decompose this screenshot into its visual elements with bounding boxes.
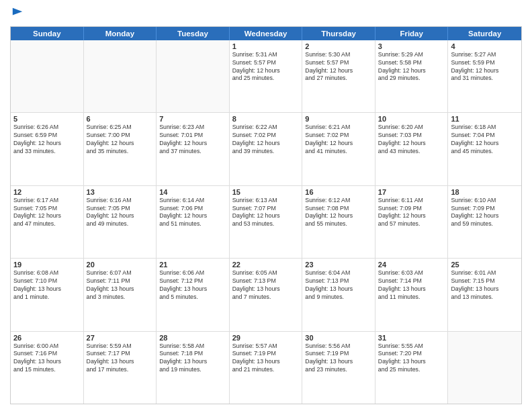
calendar-cell-day-4: 4Sunrise: 5:27 AMSunset: 5:59 PMDaylight… bbox=[448, 40, 521, 112]
cell-sun-info: Sunrise: 5:29 AMSunset: 5:58 PMDaylight:… bbox=[378, 51, 445, 83]
day-number: 22 bbox=[232, 261, 300, 269]
cell-sun-info: Sunrise: 5:55 AMSunset: 7:20 PMDaylight:… bbox=[378, 342, 445, 375]
cell-sun-info: Sunrise: 5:59 AMSunset: 7:17 PMDaylight:… bbox=[87, 342, 154, 375]
calendar-cell-day-31: 31Sunrise: 5:55 AMSunset: 7:20 PMDayligh… bbox=[375, 332, 449, 404]
cell-sun-info: Sunrise: 6:26 AMSunset: 6:59 PMDaylight:… bbox=[13, 124, 81, 156]
cell-sun-info: Sunrise: 5:57 AMSunset: 7:19 PMDaylight:… bbox=[232, 342, 300, 375]
calendar-cell-day-3: 3Sunrise: 5:29 AMSunset: 5:58 PMDaylight… bbox=[375, 40, 449, 112]
cell-sun-info: Sunrise: 6:20 AMSunset: 7:03 PMDaylight:… bbox=[378, 124, 445, 156]
cell-sun-info: Sunrise: 6:22 AMSunset: 7:02 PMDaylight:… bbox=[232, 124, 300, 156]
calendar-cell-day-13: 13Sunrise: 6:16 AMSunset: 7:05 PMDayligh… bbox=[84, 186, 157, 258]
calendar-cell-empty bbox=[157, 40, 230, 112]
cell-sun-info: Sunrise: 6:21 AMSunset: 7:02 PMDaylight:… bbox=[305, 124, 372, 156]
calendar-row-5: 26Sunrise: 6:00 AMSunset: 7:16 PMDayligh… bbox=[11, 332, 521, 404]
calendar-cell-day-19: 19Sunrise: 6:08 AMSunset: 7:10 PMDayligh… bbox=[11, 259, 84, 330]
cell-sun-info: Sunrise: 5:27 AMSunset: 5:59 PMDaylight:… bbox=[451, 51, 519, 83]
cell-sun-info: Sunrise: 6:12 AMSunset: 7:08 PMDaylight:… bbox=[305, 197, 372, 229]
day-number: 5 bbox=[13, 115, 81, 123]
cell-sun-info: Sunrise: 6:01 AMSunset: 7:15 PMDaylight:… bbox=[451, 269, 519, 302]
day-number: 10 bbox=[378, 115, 445, 123]
calendar: SundayMondayTuesdayWednesdayThursdayFrid… bbox=[10, 26, 522, 404]
calendar-row-1: 1Sunrise: 5:31 AMSunset: 5:57 PMDaylight… bbox=[11, 40, 521, 113]
calendar-cell-day-5: 5Sunrise: 6:26 AMSunset: 6:59 PMDaylight… bbox=[11, 113, 84, 185]
header-cell-monday: Monday bbox=[84, 27, 157, 40]
cell-sun-info: Sunrise: 6:16 AMSunset: 7:05 PMDaylight:… bbox=[87, 197, 154, 229]
header-cell-sunday: Sunday bbox=[11, 27, 84, 40]
day-number: 1 bbox=[232, 42, 300, 50]
cell-sun-info: Sunrise: 6:03 AMSunset: 7:14 PMDaylight:… bbox=[378, 269, 445, 302]
day-number: 21 bbox=[159, 261, 226, 269]
cell-sun-info: Sunrise: 6:13 AMSunset: 7:07 PMDaylight:… bbox=[232, 197, 300, 229]
svg-marker-0 bbox=[13, 8, 22, 15]
cell-sun-info: Sunrise: 6:17 AMSunset: 7:05 PMDaylight:… bbox=[13, 197, 81, 229]
day-number: 12 bbox=[13, 188, 81, 196]
day-number: 31 bbox=[378, 334, 445, 342]
page: SundayMondayTuesdayWednesdayThursdayFrid… bbox=[0, 0, 532, 411]
calendar-cell-day-20: 20Sunrise: 6:07 AMSunset: 7:11 PMDayligh… bbox=[84, 259, 157, 330]
cell-sun-info: Sunrise: 6:00 AMSunset: 7:16 PMDaylight:… bbox=[13, 342, 81, 375]
day-number: 29 bbox=[232, 334, 300, 342]
day-number: 11 bbox=[451, 115, 519, 123]
calendar-cell-empty bbox=[84, 40, 157, 112]
day-number: 13 bbox=[87, 188, 154, 196]
header-cell-wednesday: Wednesday bbox=[230, 27, 303, 40]
day-number: 3 bbox=[378, 42, 445, 50]
cell-sun-info: Sunrise: 6:04 AMSunset: 7:13 PMDaylight:… bbox=[305, 269, 372, 302]
cell-sun-info: Sunrise: 6:11 AMSunset: 7:09 PMDaylight:… bbox=[378, 197, 445, 229]
header bbox=[10, 7, 522, 22]
day-number: 23 bbox=[305, 261, 372, 269]
header-cell-friday: Friday bbox=[375, 27, 449, 40]
day-number: 20 bbox=[87, 261, 154, 269]
cell-sun-info: Sunrise: 6:14 AMSunset: 7:06 PMDaylight:… bbox=[159, 197, 226, 229]
calendar-cell-day-26: 26Sunrise: 6:00 AMSunset: 7:16 PMDayligh… bbox=[11, 332, 84, 404]
calendar-body: 1Sunrise: 5:31 AMSunset: 5:57 PMDaylight… bbox=[11, 40, 521, 404]
calendar-row-4: 19Sunrise: 6:08 AMSunset: 7:10 PMDayligh… bbox=[11, 259, 521, 331]
cell-sun-info: Sunrise: 5:58 AMSunset: 7:18 PMDaylight:… bbox=[159, 342, 226, 375]
header-cell-tuesday: Tuesday bbox=[157, 27, 230, 40]
calendar-cell-empty bbox=[11, 40, 84, 112]
day-number: 26 bbox=[13, 334, 81, 342]
day-number: 7 bbox=[159, 115, 226, 123]
day-number: 6 bbox=[87, 115, 154, 123]
calendar-cell-day-24: 24Sunrise: 6:03 AMSunset: 7:14 PMDayligh… bbox=[375, 259, 449, 330]
calendar-cell-day-12: 12Sunrise: 6:17 AMSunset: 7:05 PMDayligh… bbox=[11, 186, 84, 258]
day-number: 16 bbox=[305, 188, 372, 196]
calendar-cell-day-17: 17Sunrise: 6:11 AMSunset: 7:09 PMDayligh… bbox=[375, 186, 449, 258]
cell-sun-info: Sunrise: 6:08 AMSunset: 7:10 PMDaylight:… bbox=[13, 269, 81, 302]
calendar-cell-day-11: 11Sunrise: 6:18 AMSunset: 7:04 PMDayligh… bbox=[448, 113, 521, 185]
cell-sun-info: Sunrise: 6:07 AMSunset: 7:11 PMDaylight:… bbox=[87, 269, 154, 302]
logo-flag-icon bbox=[11, 7, 24, 19]
calendar-cell-day-1: 1Sunrise: 5:31 AMSunset: 5:57 PMDaylight… bbox=[230, 40, 303, 112]
logo bbox=[10, 7, 24, 22]
cell-sun-info: Sunrise: 6:25 AMSunset: 7:00 PMDaylight:… bbox=[87, 124, 154, 156]
calendar-cell-day-23: 23Sunrise: 6:04 AMSunset: 7:13 PMDayligh… bbox=[302, 259, 375, 330]
calendar-cell-day-29: 29Sunrise: 5:57 AMSunset: 7:19 PMDayligh… bbox=[230, 332, 303, 404]
cell-sun-info: Sunrise: 5:31 AMSunset: 5:57 PMDaylight:… bbox=[232, 51, 300, 83]
calendar-cell-day-21: 21Sunrise: 6:06 AMSunset: 7:12 PMDayligh… bbox=[157, 259, 230, 330]
calendar-cell-day-7: 7Sunrise: 6:23 AMSunset: 7:01 PMDaylight… bbox=[157, 113, 230, 185]
calendar-cell-day-9: 9Sunrise: 6:21 AMSunset: 7:02 PMDaylight… bbox=[302, 113, 375, 185]
logo-text bbox=[10, 7, 24, 22]
day-number: 19 bbox=[13, 261, 81, 269]
calendar-cell-day-18: 18Sunrise: 6:10 AMSunset: 7:09 PMDayligh… bbox=[448, 186, 521, 258]
calendar-cell-day-28: 28Sunrise: 5:58 AMSunset: 7:18 PMDayligh… bbox=[157, 332, 230, 404]
day-number: 30 bbox=[305, 334, 372, 342]
calendar-cell-empty bbox=[448, 332, 521, 404]
day-number: 2 bbox=[305, 42, 372, 50]
day-number: 17 bbox=[378, 188, 445, 196]
day-number: 15 bbox=[232, 188, 300, 196]
day-number: 18 bbox=[451, 188, 519, 196]
calendar-cell-day-6: 6Sunrise: 6:25 AMSunset: 7:00 PMDaylight… bbox=[84, 113, 157, 185]
day-number: 4 bbox=[451, 42, 519, 50]
cell-sun-info: Sunrise: 6:18 AMSunset: 7:04 PMDaylight:… bbox=[451, 124, 519, 156]
calendar-cell-day-25: 25Sunrise: 6:01 AMSunset: 7:15 PMDayligh… bbox=[448, 259, 521, 330]
day-number: 27 bbox=[87, 334, 154, 342]
day-number: 14 bbox=[159, 188, 226, 196]
calendar-cell-day-22: 22Sunrise: 6:05 AMSunset: 7:13 PMDayligh… bbox=[230, 259, 303, 330]
calendar-row-2: 5Sunrise: 6:26 AMSunset: 6:59 PMDaylight… bbox=[11, 113, 521, 185]
day-number: 9 bbox=[305, 115, 372, 123]
calendar-cell-day-8: 8Sunrise: 6:22 AMSunset: 7:02 PMDaylight… bbox=[230, 113, 303, 185]
calendar-cell-day-16: 16Sunrise: 6:12 AMSunset: 7:08 PMDayligh… bbox=[302, 186, 375, 258]
calendar-cell-day-2: 2Sunrise: 5:30 AMSunset: 5:57 PMDaylight… bbox=[302, 40, 375, 112]
calendar-header: SundayMondayTuesdayWednesdayThursdayFrid… bbox=[11, 27, 521, 40]
